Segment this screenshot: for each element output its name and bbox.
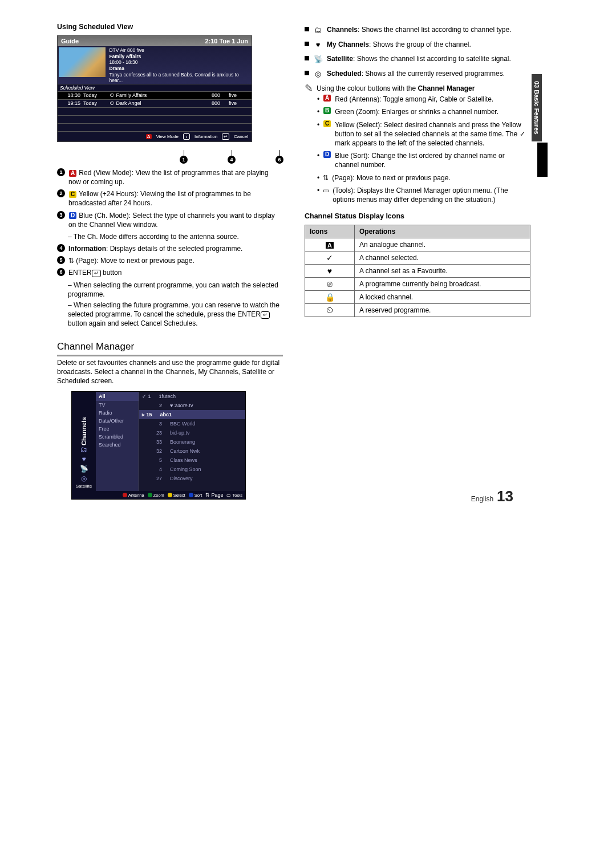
list-item: ✓ 11futech [139,392,245,401]
side-tab: 03 Basic Features [532,74,542,141]
cancel-icon: ↩ [222,133,229,140]
list-item: 4Coming Soon [139,465,245,474]
table-row: 18:30 Today ⏲ Family Affairs 800 five [58,92,252,100]
item-3: D Blue (Ch. Mode): Select the type of ch… [68,211,283,229]
callout-6: 6 [275,156,283,164]
callout-1: 1 [180,156,188,164]
analogue-icon: A [326,242,334,249]
guide-subheader: Scheduled View [58,84,252,92]
item-5: ⇅ (Page): Move to next or previous page. [68,256,283,265]
channels-icon: 🗂 [80,445,87,453]
guide-meta-genre: Drama [109,66,249,72]
list-item: 33Boonerang [139,437,245,447]
list-item-selected: ▹ 15abc1 [139,410,245,419]
list-item: 2♥ 24ore.tv [139,401,245,410]
footer-language: English [471,495,493,503]
opt-satellite: 📡 Satellite: Shows the channel list acco… [305,54,530,64]
opt-channels: 🗂 Channels: Shows the channel list accor… [305,25,530,35]
list-item: 3BBC World [139,419,245,428]
heart-icon: ♥ [305,265,355,278]
colour-item: •⇅ (Page): Move to next or previous page… [317,173,530,182]
item-6b: When selecting the future programme, you… [68,301,283,328]
scheduled-icon: ◎ [81,474,87,482]
item-1: A Red (View Mode): View the list of prog… [68,168,283,186]
item-6: ENTER↵ button [68,268,283,277]
heading-status-icons: Channel Status Display Icons [305,212,530,220]
view-mode-label: View Mode [156,134,179,139]
item-2: C Yellow (+24 Hours): Viewing the list o… [68,189,283,208]
cm-cat-item: Data/Other [96,417,139,425]
item-4: InformationInformation: Displays details… [68,244,283,253]
table-row: ✓A channel selected. [305,251,530,265]
guide-meta-desc: Tanya confesses all to a stunned Babs. C… [109,72,249,84]
guide-clock: 2:10 Tue 1 Jun [205,38,248,44]
cm-cat-item: Free [96,425,139,433]
cm-cat-item: Radio [96,409,139,417]
channel-manager-screenshot: Channels 🗂 ♥ 📡 ◎ Satellite All TV Radio … [71,391,246,500]
list-item: 23bid-up.tv [139,428,245,437]
table-row: ⏲A reserved programme. [305,304,530,317]
th-icons: Icons [305,225,355,238]
info-icon: i [183,133,190,140]
list-item: 27Discovery [139,474,245,483]
cm-para: Delete or set favourites channels and us… [57,358,283,386]
cm-category-all: All [96,392,139,401]
lock-icon: 🔒 [305,291,355,304]
red-button-icon: A [146,134,152,139]
table-row: ♥A channel set as a Favourite. [305,265,530,278]
satellite-icon: 📡 [80,465,88,473]
item-6a: When selecting the current programme, yo… [68,281,283,299]
cm-cat-item: Searched [96,441,139,449]
side-tab-black [537,143,548,177]
opt-scheduled: ◎ Scheduled: Shows all the currently res… [305,69,530,79]
item-3-sub: The Ch. Mode differs according to the an… [68,232,283,241]
cancel-label: Cancel [234,134,248,139]
note-icon: ✎ [305,84,313,92]
information-label: Information [194,134,217,139]
guide-meta-time: 18:00 - 18:30 [109,59,249,66]
cm-satellite-label: Satellite [76,482,92,490]
heading-using-scheduled: Using Scheduled View [57,23,283,31]
guide-title: Guide [61,38,79,44]
broadcast-icon: ⎚ [305,278,355,291]
heart-icon: ♥ [82,455,86,463]
page-number: 13 [497,488,513,505]
cm-side-label: Channels [80,394,87,445]
list-item: 5Class News [139,456,245,465]
satellite-icon: 📡 [314,54,322,64]
table-row: 🔒A locked channel. [305,291,530,304]
colour-item: •D Blue (Sort): Change the list ordered … [317,151,530,169]
table-row: AAn analogue channel. [305,238,530,251]
colour-item: •B Green (Zoom): Enlarges or shrinks a c… [317,107,530,116]
tip-colour-buttons: ✎ Using the colour buttons with the Chan… [305,84,530,92]
callout-4: 4 [228,156,236,164]
check-icon: ✓ [305,251,355,265]
table-row: ⎚A programme currently being broadcast. [305,278,530,291]
guide-thumbnail [59,47,106,77]
scheduled-icon: ◎ [314,69,322,79]
guide-screenshot: Guide 2:10 Tue 1 Jun DTV Air 800 five Fa… [57,35,252,142]
page-footer: English 13 [471,488,513,505]
th-operations: Operations [355,225,530,238]
list-item: 32Cartoon Nwk [139,447,245,456]
guide-meta-src: DTV Air 800 five [109,47,249,54]
enter-icon: ↵ [261,311,270,319]
heart-icon: ♥ [314,40,322,50]
cm-cat-item: TV [96,401,139,409]
colour-item: •▭ (Tools): Displays the Channel Manager… [317,186,530,204]
clock-icon: ⏲ [305,304,355,317]
status-icon-table: IconsOperations AAn analogue channel. ✓A… [305,225,530,317]
section-channel-manager: Channel Manager [57,341,283,356]
colour-item: •C Yellow (Select): Select desired chann… [317,120,530,148]
table-row: 19:15 Today ⏲ Dark Angel 800 five [58,100,252,108]
guide-meta-title: Family Affairs [109,54,249,60]
colour-item: •A Red (Antenna): Toggle among Air, Cabl… [317,95,530,104]
enter-icon: ↵ [92,270,101,277]
cm-cat-item: Scrambled [96,433,139,441]
opt-mychannels: ♥ My Channels: Shows the group of the ch… [305,40,530,50]
channels-icon: 🗂 [314,25,322,35]
